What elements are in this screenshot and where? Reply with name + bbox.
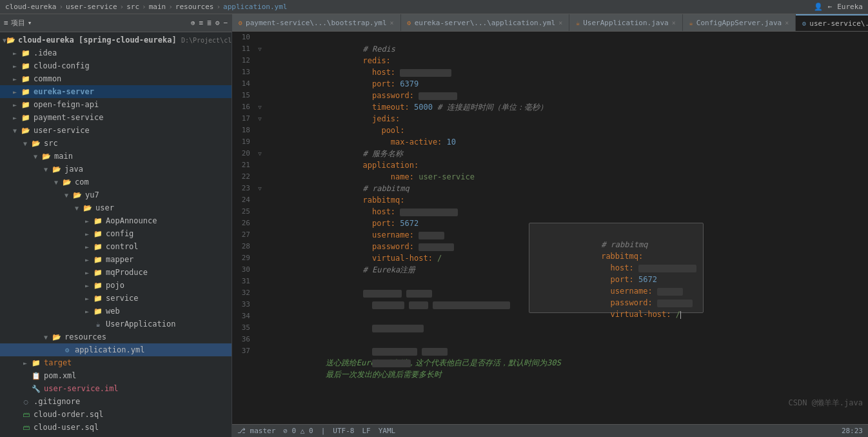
- code-line-16: jedis:: [270, 101, 868, 113]
- fg-34: [255, 310, 264, 322]
- popup-key-username: username:: [611, 287, 657, 296]
- code-line-15: timeout: 5000 # 连接超时时间（单位：毫秒）: [270, 90, 868, 101]
- ln-23: 23: [237, 183, 250, 194]
- fg-37: [255, 345, 264, 357]
- fg-16[interactable]: ▽: [255, 101, 264, 113]
- tree-item-aop[interactable]: ► 📁 AopAnnounce: [0, 214, 232, 227]
- folder-icon-service: 📁: [93, 294, 103, 303]
- tree-item-eureka-server[interactable]: ► 📁 eureka-server: [0, 85, 232, 98]
- expand-icon[interactable]: ≣: [207, 19, 212, 27]
- folder-icon-payment-service: 📁: [21, 114, 31, 122]
- tree-item-open-feign-api[interactable]: ► 📁 open-feign-api: [0, 98, 232, 111]
- tab-user-service-yml[interactable]: ⚙ user-service\...\applica... ×: [796, 14, 868, 31]
- arrow-src: ▼: [23, 140, 31, 147]
- tree-item-common[interactable]: ► 📁 common: [0, 72, 232, 85]
- tab-userapplication-java[interactable]: ☕ UserApplication.java ×: [569, 14, 683, 31]
- settings-icon[interactable]: ⚙: [215, 19, 220, 27]
- arrow-gitignore: [13, 398, 21, 405]
- tree-item-user[interactable]: ▼ 📂 user: [0, 201, 232, 214]
- tree-item-main[interactable]: ▼ 📂 main: [0, 150, 232, 163]
- tree-item-cloud-user-sql[interactable]: 🗃 cloud-user.sql: [0, 421, 232, 434]
- tree-item-service[interactable]: ► 📁 service: [0, 292, 232, 305]
- sidebar-dropdown-icon[interactable]: ▾: [28, 19, 32, 27]
- collapse-icon[interactable]: ≡: [199, 19, 204, 27]
- arrow-web: ►: [85, 308, 93, 315]
- tab-eureka-yml[interactable]: ⚙ eureka-server\...\application.yml ×: [401, 14, 570, 31]
- arrow-userapplication: [85, 321, 93, 328]
- tab-configappserver-java[interactable]: ☕ ConfigAppServer.java ×: [683, 14, 796, 31]
- code-line-12: host:: [270, 55, 868, 66]
- editor-content[interactable]: 10 11 12 13 14 15 16 17 18 19 20 21 22 2…: [232, 32, 868, 424]
- arrow-user-service: ▼: [13, 127, 21, 134]
- ln-16: 16: [237, 101, 250, 113]
- tree-label-idea: .idea: [34, 48, 57, 57]
- tree-item-userapplication[interactable]: ☕ UserApplication: [0, 318, 232, 330]
- tree-item-resources[interactable]: ▼ 📂 resources: [0, 330, 232, 343]
- tree-label-config: config: [106, 229, 133, 238]
- add-icon[interactable]: ⊕: [191, 19, 195, 27]
- tree-label-payment-service: payment-service: [34, 113, 103, 122]
- folder-icon-java: 📂: [52, 165, 62, 174]
- popup-key-virtual-host: virtual-host:: [611, 310, 676, 319]
- tree-item-cloud-order-sql[interactable]: 🗃 cloud-order.sql: [0, 408, 232, 421]
- fg-22: [255, 171, 264, 183]
- tree-item-cloud-config[interactable]: ► 📁 cloud-config: [0, 59, 232, 72]
- tree-item-mqproduce[interactable]: ► 📁 mqProduce: [0, 266, 232, 279]
- folder-icon-idea: 📁: [21, 49, 31, 57]
- status-linefeed: LF: [362, 427, 370, 435]
- tree-item-application-yml[interactable]: ⚙ application.yml: [0, 343, 232, 356]
- tree-item-gitignore[interactable]: ◌ .gitignore: [0, 395, 232, 408]
- tree-item-idea[interactable]: ► 📁 .idea: [0, 46, 232, 59]
- tab-bootstrap-yml[interactable]: ⚙ payment-service\...\bootstrap.yml ×: [232, 14, 401, 31]
- fg-31: [255, 276, 264, 287]
- folder-icon-main: 📂: [41, 152, 52, 161]
- java-tab-icon-4: ☕: [689, 19, 693, 26]
- folder-icon-user: 📂: [83, 204, 93, 212]
- tree-item-mapper[interactable]: ► 📁 mapper: [0, 253, 232, 266]
- tree-label-mqproduce: mqProduce: [106, 268, 148, 277]
- ln-12: 12: [237, 55, 250, 66]
- tree-item-iml[interactable]: 🔧 user-service.iml: [0, 382, 232, 395]
- tree-item-control[interactable]: ► 📁 control: [0, 240, 232, 253]
- code-line-36: 送心跳给Eureka服务端，这个代表他自己是否存活，默认时间为30S: [270, 334, 868, 345]
- fg-17[interactable]: ▽: [255, 113, 264, 125]
- tree-item-com[interactable]: ▼ 📂 com: [0, 176, 232, 188]
- code-content[interactable]: # Redis redis: host: port: 6379: [264, 32, 868, 424]
- tree-item-pojo[interactable]: ► 📁 pojo: [0, 279, 232, 292]
- tree-item-src[interactable]: ▼ 📂 src: [0, 137, 232, 150]
- sql-icon-cloud-order: 🗃: [21, 411, 31, 419]
- tree-label-open-feign: open-feign-api: [34, 100, 99, 109]
- close-tab-4[interactable]: ×: [785, 19, 789, 26]
- ln-26: 26: [237, 218, 250, 229]
- tree-item-payment-service[interactable]: ► 📁 payment-service: [0, 111, 232, 124]
- tree-item-web[interactable]: ► 📁 web: [0, 305, 232, 318]
- ln-24: 24: [237, 194, 250, 206]
- fg-11[interactable]: ▽: [255, 43, 264, 55]
- sidebar-title: ≡: [4, 19, 8, 27]
- tree-item-root[interactable]: ▼ 📂 cloud-eureka [spring-cloud-eureka] D…: [0, 34, 232, 46]
- fg-20[interactable]: ▽: [255, 148, 264, 159]
- code-line-10: # Redis: [270, 32, 868, 43]
- tree-label-aop: AopAnnounce: [106, 216, 157, 225]
- tree-item-config[interactable]: ► 📁 config: [0, 227, 232, 240]
- tree-label-cloud-config: cloud-config: [34, 61, 90, 70]
- folder-icon-common: 📁: [21, 75, 31, 83]
- tree-item-pomxml[interactable]: 📋 pom.xml: [0, 369, 232, 382]
- minimize-icon[interactable]: −: [223, 19, 228, 27]
- tree-item-target[interactable]: ► 📁 target: [0, 356, 232, 369]
- tree-item-java[interactable]: ▼ 📂 java: [0, 163, 232, 176]
- close-tab-3[interactable]: ×: [672, 19, 676, 26]
- code-line-22: # rabbitmq: [270, 171, 868, 183]
- tree-item-user-service[interactable]: ▼ 📂 user-service: [0, 124, 232, 137]
- fg-23[interactable]: ▽: [255, 183, 264, 194]
- tree-item-yu7[interactable]: ▼ 📂 yu7: [0, 188, 232, 201]
- code-line-20: application:: [270, 148, 868, 159]
- popup-val-slash: /: [676, 310, 680, 319]
- git-icon: ◌: [21, 398, 31, 406]
- tree-label-pomxml: pom.xml: [44, 371, 77, 380]
- close-tab-2[interactable]: ×: [558, 19, 562, 26]
- sidebar-label: 项目: [11, 18, 25, 28]
- sql-icon-cloud-user: 🗃: [21, 423, 31, 432]
- close-tab-1[interactable]: ×: [390, 19, 394, 26]
- fg-28: [255, 241, 264, 252]
